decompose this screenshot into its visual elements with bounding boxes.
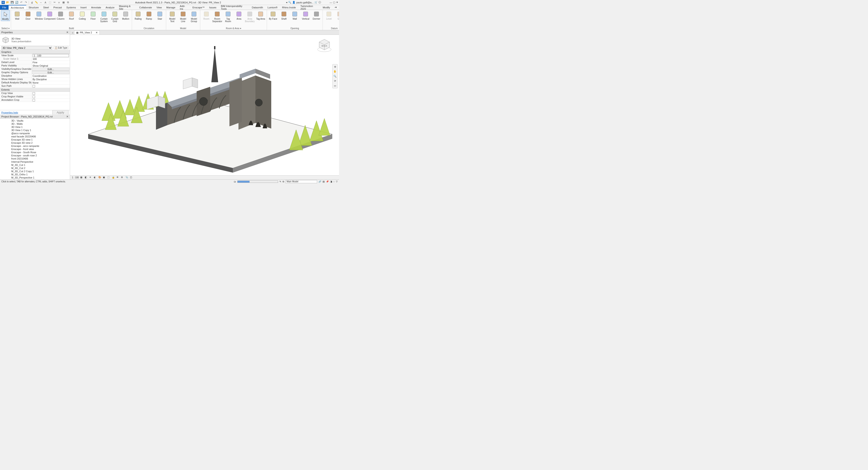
button-column[interactable]: Column bbox=[55, 10, 66, 21]
button-dormer[interactable]: Dormer bbox=[311, 10, 322, 21]
constraints-icon[interactable]: 📎 bbox=[125, 176, 129, 179]
button-model-group[interactable]: Model Group bbox=[189, 10, 199, 23]
reveal-icon[interactable]: ⚙ bbox=[121, 176, 124, 179]
panel-room-label[interactable]: Room & Area ▾ bbox=[201, 27, 266, 30]
checkbox[interactable] bbox=[33, 92, 35, 95]
ribbon-options-icon[interactable]: ▫▾ bbox=[332, 5, 339, 10]
prop-row[interactable]: Crop View bbox=[0, 92, 70, 95]
checkbox[interactable] bbox=[33, 85, 35, 88]
sync-icon[interactable]: 🔄 bbox=[15, 0, 19, 4]
section-icon[interactable]: ✂ bbox=[53, 0, 57, 4]
tab-steel[interactable]: Steel bbox=[41, 5, 51, 10]
browser-item[interactable]: 3D - Walls bbox=[0, 122, 70, 125]
close-hidden-icon[interactable]: ▦ bbox=[61, 0, 66, 4]
analytical-icon[interactable]: ◫ bbox=[130, 176, 133, 179]
button-roof[interactable]: Roof bbox=[66, 10, 76, 21]
user-icon[interactable]: 👤 bbox=[292, 1, 296, 4]
user-name[interactable]: paolo.galli@a... bbox=[296, 1, 313, 4]
browser-item[interactable]: M_3D_Cut 1 bbox=[0, 163, 70, 166]
button-shaft[interactable]: Shaft bbox=[279, 10, 289, 21]
browser-item[interactable]: 3D View 1 Copy 1 bbox=[0, 129, 70, 132]
button-window[interactable]: Window bbox=[34, 10, 44, 21]
tab-view[interactable]: View bbox=[154, 5, 164, 10]
button-room-separator[interactable]: Room Separator bbox=[212, 10, 222, 23]
type-selector[interactable]: 3D View Vues présentation bbox=[0, 34, 70, 45]
viewcube[interactable]: BACK bbox=[316, 37, 332, 53]
tab-rhino[interactable]: Rhino.Inside bbox=[280, 5, 298, 10]
tab-enscape[interactable]: Enscape™ bbox=[190, 5, 207, 10]
prop-row[interactable]: Scale Value 1:100 bbox=[0, 57, 70, 61]
apply-button[interactable]: Apply bbox=[53, 110, 68, 115]
print-icon[interactable]: 🖨 bbox=[30, 0, 34, 4]
button-model-line[interactable]: Model Line bbox=[178, 10, 188, 23]
select-links-icon[interactable]: 🔗 bbox=[318, 180, 321, 183]
button-curtain-grid[interactable]: Curtain Grid bbox=[110, 10, 120, 23]
prop-row[interactable]: Parts VisibilityShow Original bbox=[0, 64, 70, 68]
button-door[interactable]: Door bbox=[23, 10, 33, 21]
sunpath-icon[interactable]: ☀ bbox=[89, 176, 92, 179]
scale-button[interactable]: 1 : 100 bbox=[72, 176, 79, 179]
button-wall[interactable]: Wall bbox=[12, 10, 22, 21]
drag-icon[interactable]: ↕ bbox=[333, 180, 335, 183]
drawing-canvas[interactable]: BACK ⊚ ✋ 🔍 ⟳ ▭ bbox=[70, 35, 339, 175]
browser-item[interactable]: @arco rampante bbox=[0, 132, 70, 135]
element-filter[interactable]: 3D View: PR_View 2 bbox=[1, 46, 52, 50]
tab-massing[interactable]: Massing & Site bbox=[117, 5, 137, 10]
shadows-icon[interactable]: ◐ bbox=[94, 176, 97, 179]
prop-row[interactable]: Sun Path bbox=[0, 85, 70, 88]
tab-issues[interactable]: Issues bbox=[207, 5, 219, 10]
browser-item[interactable]: front 20210406 bbox=[0, 157, 70, 160]
prop-row[interactable]: Crop Region Visible bbox=[0, 95, 70, 98]
prop-row[interactable]: Default Analysis Display StyleNone bbox=[0, 81, 70, 85]
tab-modify[interactable]: Modify bbox=[320, 5, 332, 10]
browser-item[interactable]: M_3D_Ortho 1 bbox=[0, 173, 70, 176]
design-options-icon[interactable]: ⧉ bbox=[283, 180, 284, 183]
checkbox[interactable] bbox=[33, 96, 35, 98]
button-area[interactable]: Area bbox=[234, 10, 244, 21]
browser-item[interactable]: Enscape - south rose 2 bbox=[0, 154, 70, 157]
tab-lumion[interactable]: Lumion® bbox=[266, 5, 280, 10]
select-pinned-icon[interactable]: 📌 bbox=[326, 180, 329, 183]
search-icon[interactable]: 🔍 bbox=[288, 1, 291, 4]
prop-row[interactable]: Annotation Crop bbox=[0, 98, 70, 102]
3d-icon[interactable]: ⬚ bbox=[48, 0, 52, 4]
minimize-icon[interactable]: — bbox=[330, 1, 332, 4]
measure-icon[interactable]: 📏 bbox=[34, 0, 38, 4]
button-mullion[interactable]: Mullion bbox=[121, 10, 131, 21]
tab-analyze[interactable]: Analyze bbox=[103, 5, 117, 10]
browser-item[interactable]: Enscape 3D view 2 bbox=[0, 141, 70, 145]
close-icon[interactable]: ✕ bbox=[66, 31, 68, 34]
edit-type-button[interactable]: 📋 Edit Type bbox=[54, 46, 68, 49]
select-face-icon[interactable]: ◨ bbox=[330, 180, 332, 183]
modify-button[interactable]: Modify bbox=[1, 10, 10, 21]
prop-row[interactable]: DisciplineCoordination bbox=[0, 74, 70, 78]
button-model-text[interactable]: Model Text bbox=[167, 10, 178, 23]
close-window-icon[interactable]: ✕ bbox=[336, 1, 338, 4]
button-ceiling[interactable]: Ceiling bbox=[77, 10, 88, 21]
tab-structure[interactable]: Structure bbox=[26, 5, 41, 10]
prop-row[interactable]: Show Hidden LinesBy Discipline bbox=[0, 78, 70, 81]
app-menu-button[interactable]: R bbox=[1, 0, 5, 4]
project-browser-header[interactable]: Project Browser - Paris_ND_20210614_PG.r… bbox=[0, 115, 70, 119]
button-tag-room[interactable]: Tag Room bbox=[223, 10, 233, 23]
browser-item[interactable]: Internal Perspective bbox=[0, 160, 70, 163]
pan-icon[interactable]: ✋ bbox=[333, 70, 337, 73]
design-option-select[interactable]: Main Model bbox=[285, 180, 317, 183]
editable-only-icon[interactable]: ✎ bbox=[279, 180, 281, 183]
tab-manage[interactable]: Manage bbox=[164, 5, 178, 10]
button-component[interactable]: Component bbox=[44, 10, 55, 21]
button-vertical[interactable]: Vertical bbox=[301, 10, 311, 21]
browser-item[interactable]: east facade 20220406 bbox=[0, 135, 70, 138]
close-icon[interactable]: ✕ bbox=[66, 115, 68, 118]
prop-row[interactable]: Detail LevelFine bbox=[0, 61, 70, 64]
detail-icon[interactable]: ▦ bbox=[80, 176, 84, 179]
select-underlay-icon[interactable]: ▤ bbox=[322, 180, 324, 183]
browser-item[interactable]: Enscape 3D view 1 bbox=[0, 138, 70, 141]
thinlines-icon[interactable]: ≡ bbox=[57, 0, 61, 4]
button-curtain-system[interactable]: Curtain System bbox=[99, 10, 109, 23]
button-railing[interactable]: Railing bbox=[133, 10, 143, 21]
close-tab-icon[interactable]: ✕ bbox=[96, 31, 98, 34]
browser-item[interactable]: 3D View 1 bbox=[0, 125, 70, 129]
open-icon[interactable]: 📂 bbox=[6, 0, 10, 4]
tab-collaborate[interactable]: Collaborate bbox=[137, 5, 154, 10]
